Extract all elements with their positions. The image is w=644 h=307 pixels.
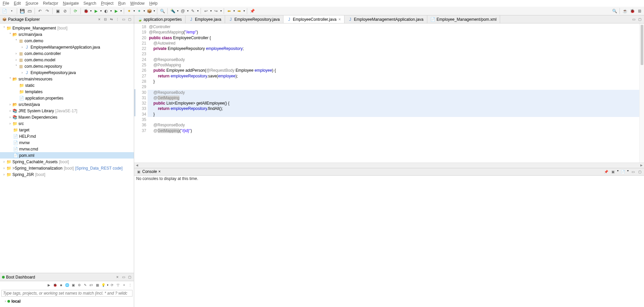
project-node[interactable]: ˅📁 Employee_Management [boot] — [0, 25, 134, 31]
start-icon[interactable]: ▶ — [47, 283, 51, 287]
local-node[interactable]: › local — [1, 298, 132, 304]
mvnw-cmd-node[interactable]: 📄 mvnw.cmd — [0, 146, 134, 152]
tab-employee-java[interactable]: J Employee.java — [185, 15, 225, 23]
terminal-icon[interactable]: ▣ — [55, 8, 61, 14]
annotation-icon[interactable]: @ — [180, 8, 186, 14]
redo-icon[interactable]: ↷ — [44, 8, 50, 14]
forward-icon[interactable]: ➡ — [236, 8, 242, 14]
pkg-repository-node[interactable]: ˅▦ com.demo.repository — [0, 63, 134, 69]
tab-application-properties[interactable]: 🍃 application.properties — [134, 15, 185, 23]
prev-edit-icon[interactable]: ↩ — [203, 8, 209, 14]
project-node[interactable]: ›📁 Spring_Cachable_Assets [boot] — [0, 159, 134, 165]
jre-node[interactable]: ›📚 JRE System Library [JavaSE-17] — [0, 108, 134, 114]
tab-employee-repository-java[interactable]: J EmployeeRepository.java — [225, 15, 283, 23]
new-icon[interactable]: 📄 — [1, 8, 7, 14]
refresh-icon[interactable]: ⟳ — [110, 283, 114, 287]
minimize-icon[interactable]: ▭ — [631, 17, 636, 22]
emp-repo-node[interactable]: ›J EmployeeRepository.java — [0, 69, 134, 76]
menu-help[interactable]: Help — [149, 1, 158, 6]
emp-app-node[interactable]: ›J EmployeeManagementApplication.java — [0, 44, 134, 50]
new-java-icon[interactable]: ✦ — [126, 8, 132, 14]
new-pkg-icon[interactable]: 📦 — [146, 8, 152, 14]
minimize-icon[interactable]: ▭ — [121, 275, 126, 280]
menu-navigate[interactable]: Navigate — [63, 1, 78, 6]
dropdown-icon[interactable]: ▾ — [9, 8, 15, 14]
scroll-left-icon[interactable]: ◀ — [134, 164, 140, 167]
tab-employee-controller-java[interactable]: J EmployeeController.java × — [283, 15, 344, 23]
maximize-icon[interactable]: ▢ — [127, 17, 132, 22]
new-class-icon[interactable]: ✦ — [136, 8, 142, 14]
overview-ruler[interactable] — [639, 23, 644, 163]
menu-edit[interactable]: Edit — [14, 1, 21, 6]
app-props-node[interactable]: 📄 application.properties — [0, 95, 134, 101]
grid-icon[interactable]: ▦ — [95, 283, 100, 287]
quick-access-icon[interactable]: 🔍 — [611, 8, 618, 14]
save-all-icon[interactable]: 🗃 — [26, 8, 33, 14]
undo-icon[interactable]: ↶ — [37, 8, 43, 14]
project-node[interactable]: ›📁 Spring_JSR [boot] — [0, 171, 134, 178]
config-icon[interactable]: ⚙ — [77, 283, 82, 287]
src-test-java-node[interactable]: ›📂 src/test/java — [0, 101, 134, 108]
menu-file[interactable]: File — [3, 1, 9, 6]
stop-icon[interactable]: ■ — [59, 283, 63, 287]
minimize-icon[interactable]: ▭ — [631, 169, 635, 174]
target-node[interactable]: 📁 target — [0, 127, 134, 133]
save-icon[interactable]: 💾 — [19, 8, 25, 14]
view-menu-icon[interactable]: ⋮ — [115, 17, 120, 22]
pin-icon[interactable]: 📌 — [249, 8, 255, 14]
static-node[interactable]: 📁 static — [0, 82, 134, 88]
src-main-resources-node[interactable]: ˅📂 src/main/resources — [0, 76, 134, 82]
perspective-java-icon[interactable]: ☕ — [622, 8, 628, 14]
collapse-all-icon[interactable]: ⊟ — [103, 17, 108, 22]
close-icon[interactable]: × — [115, 275, 120, 280]
menu-icon[interactable]: ⋮ — [128, 283, 132, 287]
minimize-icon[interactable]: ▭ — [121, 17, 126, 22]
close-tab-icon[interactable]: × — [338, 17, 341, 22]
maximize-icon[interactable]: ▢ — [127, 275, 132, 280]
edit-icon[interactable]: ✎ — [83, 283, 88, 287]
boot-filter-input[interactable] — [1, 290, 132, 297]
pkg-model-node[interactable]: ›▦ com.demo.model — [0, 57, 134, 63]
horizontal-scrollbar[interactable]: ◀ ▶ — [134, 163, 644, 168]
debug-icon[interactable]: 🐞 — [83, 8, 89, 14]
filter-icon[interactable]: ▽ — [116, 283, 120, 287]
tab-pom-xml[interactable]: 📄 Employee_Management/pom.xml — [427, 15, 500, 23]
globe-icon[interactable]: 🌐 — [65, 283, 69, 287]
perspective-other-icon[interactable]: ⊞ — [637, 8, 643, 14]
menu-run[interactable]: Run — [118, 1, 125, 6]
mvnw-node[interactable]: 📄 mvnw — [0, 139, 134, 146]
tab-emp-mgmt-app-java[interactable]: J EmployeeManagementApplication.java — [344, 15, 427, 23]
menu-source[interactable]: Source — [25, 1, 38, 6]
tag-icon[interactable]: 🏷 — [89, 283, 94, 287]
pkg-controller-node[interactable]: ›▦ com.demo.controller — [0, 50, 134, 57]
close-icon[interactable]: × — [97, 17, 102, 22]
menu-project[interactable]: Project — [101, 1, 113, 6]
scroll-right-icon[interactable]: ▶ — [639, 164, 644, 167]
back-icon[interactable]: ⬅ — [226, 8, 232, 14]
run-last-icon[interactable]: ▶ — [113, 8, 119, 14]
add-icon[interactable]: + — [122, 283, 126, 287]
task-icon[interactable]: ✎ — [190, 8, 196, 14]
maximize-icon[interactable]: ▢ — [637, 169, 642, 174]
open-console-icon[interactable]: 📄 — [621, 169, 625, 174]
menu-window[interactable]: Window — [130, 1, 145, 6]
project-node[interactable]: ›📁 > Spring_Internationalization [boot] … — [0, 165, 134, 171]
pkg-demo-node[interactable]: ˅▦ com.demo — [0, 38, 134, 44]
code-content[interactable]: @Controller@RequestMapping("/emp")public… — [148, 23, 639, 163]
maven-node[interactable]: ›📚 Maven Dependencies — [0, 114, 134, 120]
relaunch-icon[interactable]: ⟳ — [72, 8, 78, 14]
pin-console-icon[interactable]: 📌 — [604, 169, 608, 174]
console-icon[interactable]: ▣ — [71, 283, 75, 287]
maximize-icon[interactable]: ▢ — [637, 17, 642, 22]
pom-xml-node[interactable]: 📄 pom.xml — [0, 152, 134, 159]
run-icon[interactable]: ▶ — [93, 8, 99, 14]
open-type-icon[interactable]: 🔍 — [159, 8, 165, 14]
line-number-gutter[interactable]: 1819202122232425262728293031323334353637 — [136, 23, 148, 163]
src-node[interactable]: ›📁 src — [0, 120, 134, 127]
debug-icon[interactable]: 🐞 — [53, 283, 57, 287]
next-edit-icon[interactable]: ↪ — [213, 8, 219, 14]
package-explorer-tree[interactable]: ˅📁 Employee_Management [boot] ˅📂 src/mai… — [0, 23, 134, 273]
perspective-debug-icon[interactable]: 🐞 — [629, 8, 635, 14]
src-main-java-node[interactable]: ˅📂 src/main/java — [0, 31, 134, 38]
coverage-icon[interactable]: ◐ — [103, 8, 109, 14]
